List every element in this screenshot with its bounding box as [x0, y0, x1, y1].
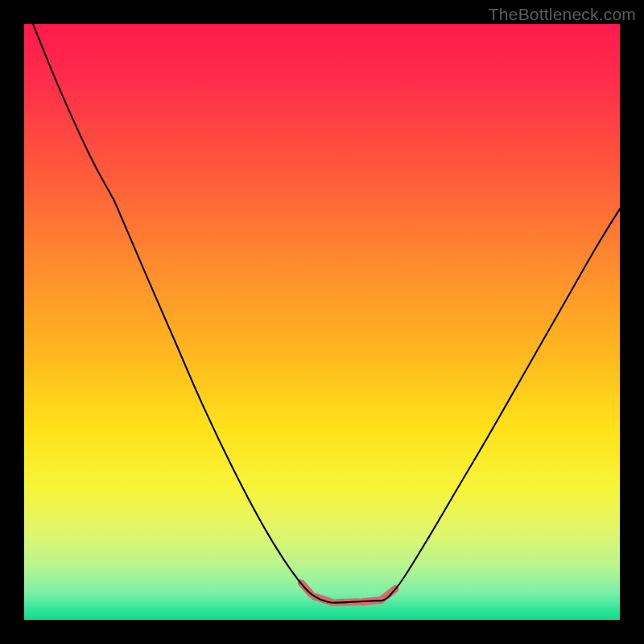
- plot-area: [24, 24, 620, 620]
- watermark-text: TheBottleneck.com: [489, 5, 636, 24]
- gradient-background: [24, 24, 620, 620]
- chart-frame: TheBottleneck.com: [0, 0, 644, 644]
- chart-svg: [24, 24, 620, 620]
